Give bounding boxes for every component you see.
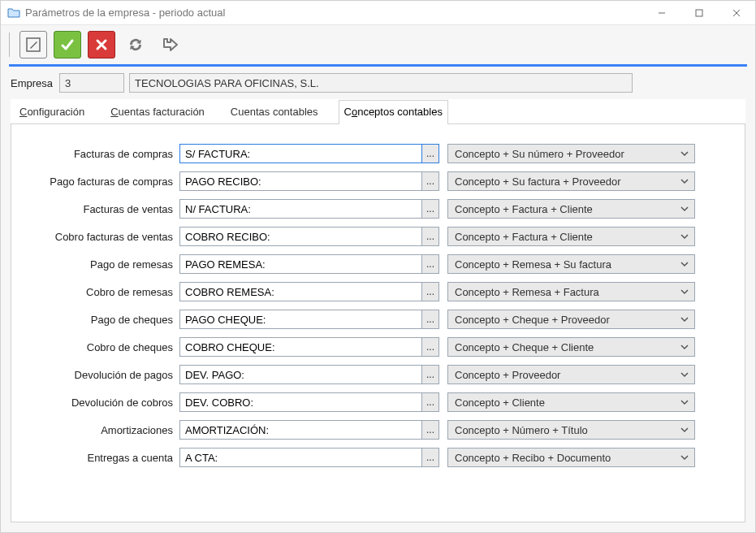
concept-format-value: Concepto + Remesa + Su factura xyxy=(455,258,611,271)
concept-row: Pago facturas de compras...Concepto + Su… xyxy=(21,171,709,191)
tab-cuentas-facturacion[interactable]: Cuentas facturación xyxy=(105,100,210,124)
company-row: Empresa 3 TECNOLOGIAS PARA OFICINAS, S.L… xyxy=(1,73,755,99)
concept-label: Devolución de pagos xyxy=(21,369,179,381)
concept-text-input[interactable] xyxy=(179,448,421,467)
concept-label: Facturas de ventas xyxy=(21,203,179,215)
concept-format-select[interactable]: Concepto + Remesa + Su factura xyxy=(447,254,695,274)
concept-row: Cobro de remesas...Concepto + Remesa + F… xyxy=(21,282,709,301)
company-code-field[interactable]: 3 xyxy=(59,73,124,93)
cancel-button[interactable] xyxy=(88,31,115,58)
lookup-button[interactable]: ... xyxy=(421,448,439,467)
chevron-down-icon xyxy=(680,148,689,162)
tab-cuentas-contables[interactable]: Cuentas contables xyxy=(225,100,324,124)
concept-row: Facturas de ventas...Concepto + Factura … xyxy=(21,199,709,219)
titlebar: Parámetros de la empresa - periodo actua… xyxy=(1,1,755,25)
concept-text-input[interactable] xyxy=(179,171,421,191)
concept-row: Pago de remesas...Concepto + Remesa + Su… xyxy=(21,254,709,274)
concept-text-input[interactable] xyxy=(179,199,421,219)
close-button[interactable] xyxy=(718,1,755,25)
concept-text-input[interactable] xyxy=(179,310,421,329)
chevron-down-icon xyxy=(680,203,689,217)
tabstrip: Configuración Cuentas facturación Cuenta… xyxy=(11,99,745,124)
maximize-button[interactable] xyxy=(680,1,718,25)
concept-row: Cobro de cheques...Concepto + Cheque + C… xyxy=(21,337,709,357)
concept-format-value: Concepto + Cheque + Cliente xyxy=(455,341,594,353)
chevron-down-icon xyxy=(680,231,689,245)
lookup-button[interactable]: ... xyxy=(421,392,439,412)
concept-format-select[interactable]: Concepto + Recibo + Documento xyxy=(447,448,695,467)
form-panel: Facturas de compras...Concepto + Su núme… xyxy=(11,124,745,522)
tab-configuracion[interactable]: Configuración xyxy=(14,100,90,124)
lookup-button[interactable]: ... xyxy=(421,337,439,357)
refresh-button[interactable] xyxy=(122,31,149,58)
chevron-down-icon xyxy=(680,369,689,383)
concept-format-select[interactable]: Concepto + Factura + Cliente xyxy=(447,199,695,219)
svg-rect-1 xyxy=(696,10,702,16)
concept-format-value: Concepto + Cheque + Proveedor xyxy=(455,314,610,326)
chevron-down-icon xyxy=(680,424,689,438)
tab-conceptos-contables[interactable]: Conceptos contables xyxy=(339,100,448,124)
concept-format-value: Concepto + Factura + Cliente xyxy=(455,231,593,243)
concept-label: Entregas a cuenta xyxy=(21,452,179,464)
lookup-button[interactable]: ... xyxy=(421,310,439,329)
concept-text-wrap: ... xyxy=(179,310,439,329)
lookup-button[interactable]: ... xyxy=(421,227,439,246)
chevron-down-icon xyxy=(680,396,689,410)
concept-label: Pago facturas de compras xyxy=(21,176,179,188)
chevron-down-icon xyxy=(680,258,689,272)
concept-row: Devolución de cobros...Concepto + Client… xyxy=(21,392,709,412)
lookup-button[interactable]: ... xyxy=(421,282,439,301)
concept-text-input[interactable] xyxy=(179,144,421,163)
concept-text-wrap: ... xyxy=(179,227,439,246)
refresh-icon xyxy=(125,34,146,55)
chevron-down-icon xyxy=(680,176,689,189)
concept-row: Devolución de pagos...Concepto + Proveed… xyxy=(21,365,709,384)
export-button[interactable] xyxy=(156,31,184,58)
concept-text-input[interactable] xyxy=(179,420,421,440)
lookup-button[interactable]: ... xyxy=(421,144,439,163)
concept-label: Cobro de cheques xyxy=(21,341,179,353)
concept-format-select[interactable]: Concepto + Cliente xyxy=(447,392,695,412)
concept-format-select[interactable]: Concepto + Proveedor xyxy=(447,365,695,384)
app-window: Parámetros de la empresa - periodo actua… xyxy=(0,0,756,533)
concept-format-select[interactable]: Concepto + Número + Título xyxy=(447,420,695,440)
minimize-button[interactable] xyxy=(643,1,680,25)
concept-label: Cobro de remesas xyxy=(21,286,179,298)
lookup-button[interactable]: ... xyxy=(421,420,439,440)
lookup-button[interactable]: ... xyxy=(421,171,439,191)
concept-row: Cobro facturas de ventas...Concepto + Fa… xyxy=(21,227,709,246)
concept-text-input[interactable] xyxy=(179,392,421,412)
concept-text-input[interactable] xyxy=(179,227,421,246)
window-title: Parámetros de la empresa - periodo actua… xyxy=(25,6,225,19)
concept-text-wrap: ... xyxy=(179,337,439,357)
chevron-down-icon xyxy=(680,286,689,300)
concept-text-input[interactable] xyxy=(179,282,421,301)
concept-text-wrap: ... xyxy=(179,254,439,274)
concept-format-value: Concepto + Recibo + Documento xyxy=(455,452,611,464)
lookup-button[interactable]: ... xyxy=(421,199,439,219)
toolbar xyxy=(1,25,755,64)
concept-format-value: Concepto + Proveedor xyxy=(455,369,560,381)
concept-label: Pago de remesas xyxy=(21,258,179,271)
accept-button[interactable] xyxy=(54,31,81,58)
concept-format-select[interactable]: Concepto + Remesa + Factura xyxy=(447,282,695,301)
lookup-button[interactable]: ... xyxy=(421,365,439,384)
concept-label: Pago de cheques xyxy=(21,314,179,326)
concept-row: Pago de cheques...Concepto + Cheque + Pr… xyxy=(21,310,709,329)
edit-button[interactable] xyxy=(19,31,47,58)
concept-format-select[interactable]: Concepto + Factura + Cliente xyxy=(447,227,695,246)
concept-text-input[interactable] xyxy=(179,254,421,274)
concept-text-input[interactable] xyxy=(179,337,421,357)
concept-label: Devolución de cobros xyxy=(21,396,179,409)
concept-format-select[interactable]: Concepto + Su factura + Proveedor xyxy=(447,171,695,191)
concept-format-select[interactable]: Concepto + Cheque + Proveedor xyxy=(447,310,695,329)
lookup-button[interactable]: ... xyxy=(421,254,439,274)
concept-text-wrap: ... xyxy=(179,392,439,412)
concept-format-value: Concepto + Su factura + Proveedor xyxy=(455,176,621,188)
concept-format-select[interactable]: Concepto + Cheque + Cliente xyxy=(447,337,695,357)
concept-text-input[interactable] xyxy=(179,365,421,384)
concept-text-wrap: ... xyxy=(179,448,439,467)
concept-format-select[interactable]: Concepto + Su número + Proveedor xyxy=(447,144,695,163)
concept-label: Cobro facturas de ventas xyxy=(21,231,179,243)
pencil-icon xyxy=(25,37,41,53)
